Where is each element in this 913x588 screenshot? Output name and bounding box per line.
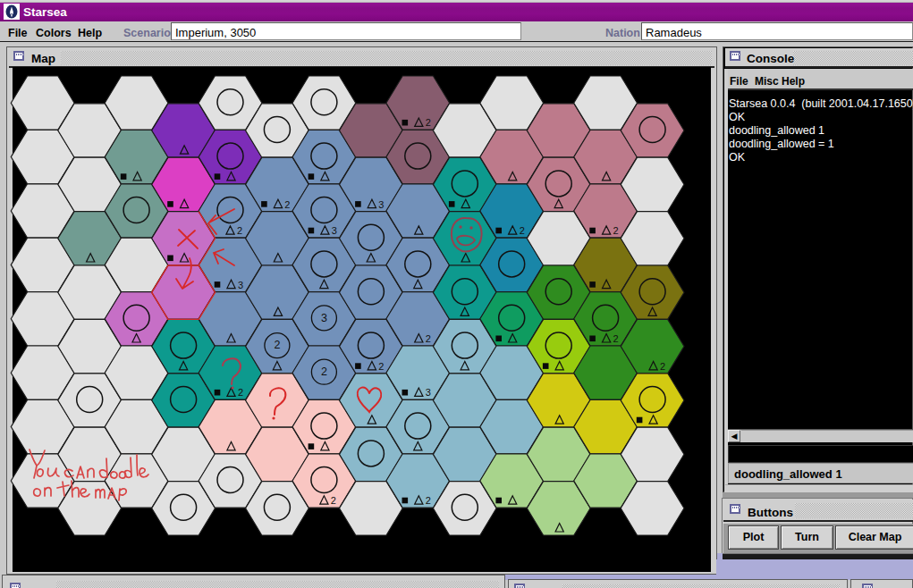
svg-text:2: 2 xyxy=(613,225,619,236)
svg-text:3: 3 xyxy=(378,199,384,210)
svg-text:2: 2 xyxy=(613,333,619,344)
svg-text:2: 2 xyxy=(238,387,243,398)
svg-text:2: 2 xyxy=(426,333,431,344)
svg-text:3: 3 xyxy=(332,225,337,236)
svg-text:2: 2 xyxy=(378,361,384,372)
svg-text:2: 2 xyxy=(274,339,280,351)
svg-text:3: 3 xyxy=(238,280,243,290)
svg-text:2: 2 xyxy=(660,361,665,372)
svg-text:2: 2 xyxy=(520,225,525,236)
svg-text:2: 2 xyxy=(237,225,242,236)
svg-text:2: 2 xyxy=(426,117,431,128)
svg-text:2: 2 xyxy=(331,495,336,506)
svg-text:3: 3 xyxy=(321,312,327,324)
svg-text:3: 3 xyxy=(426,387,431,398)
svg-text:2: 2 xyxy=(321,365,327,378)
svg-text:2: 2 xyxy=(284,199,290,210)
svg-text:2: 2 xyxy=(426,495,431,506)
